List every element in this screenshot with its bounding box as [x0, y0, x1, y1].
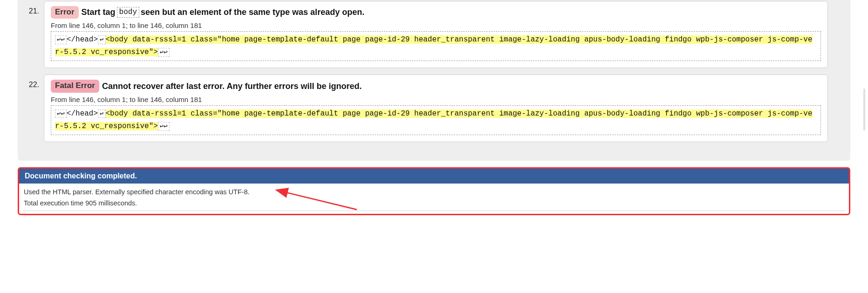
code-pre: </head> [67, 109, 98, 118]
error-header: Error Start tag body seen but an element… [51, 6, 821, 19]
error-title: Start tag body seen but an element of th… [82, 7, 365, 18]
title-pre: Start tag [82, 7, 116, 17]
newline-icon: ↩↩ [158, 48, 170, 57]
title-post: seen but an element of the same type was… [141, 7, 364, 17]
error-location: From line 146, column 1; to line 146, co… [51, 21, 821, 29]
scrollbar-thumb[interactable] [863, 89, 865, 130]
errors-list: 21. Error Start tag body seen but an ele… [18, 0, 850, 161]
error-title: Cannot recover after last error. Any fur… [102, 82, 362, 91]
completion-heading: Document checking completed. [19, 169, 849, 184]
error-extract: ↩↩</head>↩<body data-rsssl=1 class="home… [51, 105, 821, 135]
completion-section: Document checking completed. Used the HT… [18, 167, 850, 215]
newline-icon: ↩↩ [55, 35, 67, 44]
error-extract: ↩↩</head>↩<body data-rsssl=1 class="home… [51, 31, 821, 61]
divider [23, 211, 845, 211]
error-location: From line 146, column 1; to line 146, co… [51, 95, 821, 103]
code-pre: </head> [67, 35, 98, 44]
timing-info: Total execution time 905 milliseconds. [24, 199, 844, 207]
fatal-error-badge: Fatal Error [51, 80, 99, 92]
error-number: 21. [18, 0, 44, 15]
error-card: Error Start tag body seen but an element… [44, 1, 828, 68]
newline-icon: ↩↩ [158, 122, 170, 131]
error-item: 21. Error Start tag body seen but an ele… [18, 0, 850, 74]
completion-info: Used the HTML parser. Externally specifi… [19, 184, 849, 207]
newline-icon: ↩ [98, 35, 105, 44]
error-number: 22. [18, 74, 44, 89]
error-badge: Error [51, 6, 79, 19]
error-header: Fatal Error Cannot recover after last er… [51, 80, 821, 92]
title-post: Cannot recover after last error. Any fur… [102, 82, 362, 91]
parser-info: Used the HTML parser. Externally specifi… [24, 188, 844, 196]
newline-icon: ↩↩ [55, 109, 67, 118]
newline-icon: ↩ [98, 109, 105, 118]
error-item: 22. Fatal Error Cannot recover after las… [18, 74, 850, 147]
error-card: Fatal Error Cannot recover after last er… [44, 75, 828, 142]
tag-name: body [117, 7, 139, 18]
